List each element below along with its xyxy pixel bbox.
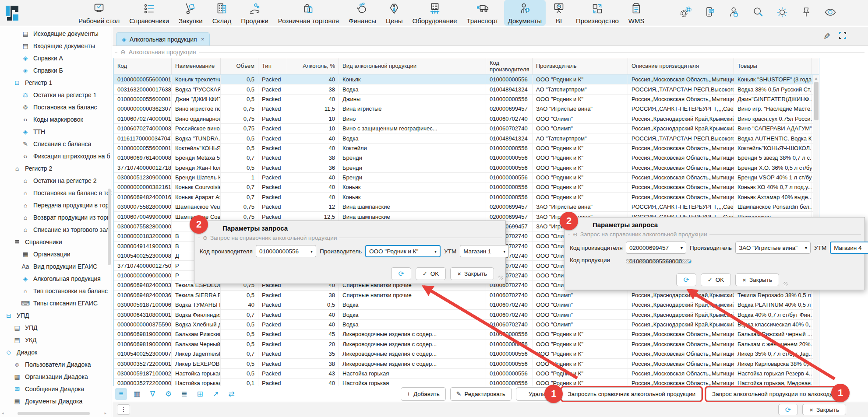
dialog-ok-button[interactable]: ✓OK xyxy=(416,267,446,280)
settings-gears-icon[interactable] xyxy=(679,5,693,21)
table-row[interactable]: 0300006431080000126Водка Финляндия 4...0… xyxy=(114,310,819,319)
sidebar-item[interactable]: ‹›Коды маркировок xyxy=(0,113,112,126)
toolbar-item-equipment[interactable]: Оборудование xyxy=(409,0,461,26)
sidebar-item[interactable]: ◈Справки А xyxy=(0,52,112,64)
more-menu-button[interactable]: ⋮ xyxy=(117,404,130,415)
sidebar-item[interactable]: ⌂Остатки на регистре 2 xyxy=(0,175,112,187)
sidebar-vertical-scrollbar[interactable] xyxy=(108,189,111,265)
collapse-icon[interactable]: ⊖ xyxy=(203,235,208,241)
sidebar-item[interactable]: ▤Документы Диадока xyxy=(0,395,112,407)
resize-grip[interactable] xyxy=(783,282,788,286)
table-row[interactable]: 0300005123090000063Бренди Шатель Нап...1… xyxy=(114,173,819,182)
table-row[interactable]: 0300003527220000117Ликер БЕХЕРОВКА К...0… xyxy=(114,359,819,368)
toolbar-item-trolley[interactable]: Закупки xyxy=(175,0,207,26)
table-row[interactable]: 0000000000036230744Вино игристое полу...… xyxy=(114,104,819,114)
table-row[interactable]: 0100000005560000184Джин "ДЖИНФИТЕР"0,5Pa… xyxy=(114,95,819,104)
table-row[interactable]: 0116117000003470476Водка "TUNDRA AU...0,… xyxy=(114,133,819,143)
request-catalog-button[interactable]: Запросить справочник алкогольной продукц… xyxy=(561,387,702,401)
dropdown-field[interactable]: 010000000556▾ xyxy=(256,245,316,257)
sidebar-item[interactable]: ⊟УПД xyxy=(0,309,112,322)
dialog-close-button[interactable]: ×Закрыть xyxy=(450,267,494,280)
column-header[interactable]: Вид алкогольной продукции xyxy=(339,58,486,74)
toolbar-item-price-tag[interactable]: Цены xyxy=(382,0,407,26)
sidebar-item[interactable]: ‹›Фиксация штрихкодов на б xyxy=(0,150,112,162)
view-list-icon[interactable]: ≡ xyxy=(115,388,127,400)
table-row[interactable]: 0100607027400000167Вино ординарное с...0… xyxy=(114,114,819,124)
sidebar-item[interactable]: ☺Пользователи Диадока xyxy=(0,358,112,371)
edit-icon[interactable]: ✎ xyxy=(823,32,830,42)
table-row[interactable]: 0100606981900000096Бальзам Черный зн...0… xyxy=(114,340,819,349)
toolbar-item-warehouse[interactable]: Склад xyxy=(208,0,235,26)
sidebar-item[interactable]: ▤Исходящие документы xyxy=(0,28,112,40)
sidebar-item[interactable]: ◈Справки Б xyxy=(0,64,112,77)
toolbar-item-person-globe[interactable]: Документы xyxy=(504,0,546,26)
table-row[interactable]: 0000000000038216125Коньяк Courvoisier ..… xyxy=(114,182,819,192)
sync-icon[interactable]: ⇄ xyxy=(226,388,237,400)
scroll-right-icon[interactable]: ▸ xyxy=(104,411,106,415)
phone-message-icon[interactable] xyxy=(703,5,717,21)
column-header[interactable]: Производитель xyxy=(533,58,628,74)
sidebar-item[interactable]: ▦Организации xyxy=(0,248,112,260)
toolbar-item-production-cycle[interactable]: Производство xyxy=(572,0,623,26)
column-header[interactable]: Тип xyxy=(258,58,287,74)
numbered-list-icon[interactable]: ≣ xyxy=(178,388,190,400)
scroll-up-icon[interactable]: ▲ xyxy=(813,75,819,81)
sidebar-item[interactable]: ▤Входящие документы xyxy=(0,40,112,52)
column-header[interactable]: Объем xyxy=(221,58,258,74)
table-row[interactable]: 0100000005560000129Коньяк трехлетний ...… xyxy=(114,75,819,84)
toolbar-item-box[interactable]: WMS xyxy=(625,0,649,26)
add-button[interactable]: +Добавить xyxy=(401,387,446,401)
toolbar-item-truck[interactable]: Транспорт xyxy=(463,0,502,26)
user-lock-icon[interactable] xyxy=(727,5,741,21)
open-in-new-icon[interactable]: ↗ xyxy=(210,388,222,400)
sidebar-item[interactable]: ⌂Списание из торгового зал. xyxy=(0,224,112,236)
sidebar-item[interactable]: ⌂Постановка на баланс в тор xyxy=(0,187,112,199)
eye-icon[interactable] xyxy=(823,5,837,21)
sidebar-item[interactable]: ⚖Остатки на регистре 1 xyxy=(0,89,112,101)
table-row[interactable]: 0300005918710000240Настойка горькая S...… xyxy=(114,369,819,378)
dropdown-field[interactable]: ЗАО "Игристые вина"▾ xyxy=(735,242,811,254)
dropdown-field[interactable]: ООО "Родник и К"▾ xyxy=(365,245,441,257)
close-view-button[interactable]: ×Закрыть xyxy=(802,404,846,415)
sidebar-item[interactable]: ≣Справочники xyxy=(0,236,112,248)
app-logo-icon[interactable] xyxy=(0,0,25,26)
table-row[interactable]: 0031632000001763848Водка "РУССКАЯ ВА...0… xyxy=(114,84,819,94)
dialog-refresh-button[interactable]: ⟳ xyxy=(676,273,696,286)
scroll-left-icon[interactable]: ◂ xyxy=(2,411,4,415)
collapse-icon[interactable]: ⊖ xyxy=(120,49,126,56)
toolbar-item-shopping-bags[interactable]: Розничная торговля xyxy=(274,0,343,26)
sidebar-item[interactable]: ▤УПД xyxy=(0,322,112,334)
column-header[interactable]: Товары xyxy=(734,58,812,74)
sidebar-item[interactable]: ⌂Регистр 2 xyxy=(0,162,112,175)
sidebar-item[interactable]: ◇Диадок xyxy=(0,346,112,358)
table-row[interactable]: 3771074000001271899Бренди Жан-Поль ...0,… xyxy=(114,163,819,173)
sidebar-item[interactable]: ◈Алкогольная продукция xyxy=(0,273,112,285)
table-row[interactable]: 0300005918710000657Водка ТУМАНЫ PLA...40… xyxy=(114,300,819,310)
table-row[interactable]: 0100606976140000829Бренди Metaxa 5 зв...… xyxy=(114,153,819,163)
dialog-ok-button[interactable]: ✓OK xyxy=(701,273,731,286)
text-input[interactable]: 0100000005560000 xyxy=(626,259,692,263)
dropdown-field[interactable]: Магазин 1▾ xyxy=(460,245,509,257)
sidebar-item[interactable]: ✎Списания с баланса xyxy=(0,138,112,150)
sidebar-item[interactable]: AaВид продукции ЕГАИС xyxy=(0,260,112,273)
view-grid-icon[interactable]: ▦ xyxy=(131,388,143,400)
toolbar-item-desktop[interactable]: Рабочий стол xyxy=(74,0,123,26)
column-header[interactable]: Алкоголь, % xyxy=(287,58,339,74)
sidebar-item[interactable]: ▤УКД xyxy=(0,334,112,346)
sidebar-item[interactable]: ⌂Передача продукции в тор xyxy=(0,199,112,211)
sidebar-item[interactable]: ▦Организации Диадока xyxy=(0,371,112,383)
column-header[interactable]: Описание производителя xyxy=(628,58,734,74)
toolbar-item-hand-coins[interactable]: Продажи xyxy=(237,0,272,26)
toolbar-item-presentation-chart[interactable]: BI xyxy=(547,0,570,26)
sidebar-item[interactable]: ⊚Постановка на баланс xyxy=(0,101,112,113)
column-header[interactable]: Код xyxy=(114,58,172,74)
search-icon[interactable] xyxy=(751,5,765,21)
tab-close-icon[interactable]: × xyxy=(201,36,205,42)
column-header[interactable]: Код производителя xyxy=(486,58,533,74)
table-row[interactable]: 0000000000037559053Водка Хлебный дар ...… xyxy=(114,320,819,329)
sidebar-item[interactable]: ⌨Типы списания ЕГАИС xyxy=(0,297,112,309)
refresh-button[interactable]: ⟳ xyxy=(778,404,798,415)
request-by-code-button[interactable]: Запрос алкогольной продукции по алкокоду… xyxy=(706,387,839,401)
sidebar-horizontal-scrollbar[interactable] xyxy=(18,412,90,415)
sidebar-item[interactable]: ⌂Тип постановки на баланс xyxy=(0,285,112,297)
